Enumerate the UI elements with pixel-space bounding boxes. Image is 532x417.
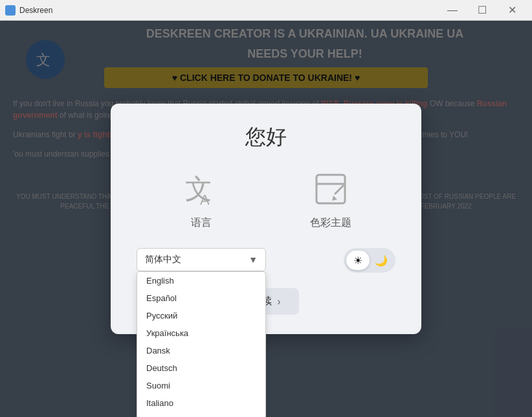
dialog-options: 文 A 语言 [137,170,395,230]
minimize-button[interactable]: — [438,0,467,21]
app-title: Deskreen [19,6,52,15]
close-button[interactable]: ✕ [497,0,527,21]
lang-option-de[interactable]: Deutsch [137,359,265,377]
dialog-title: 您好 [137,123,395,152]
controls-row: 简体中文 ▼ English Español Русский Українськ… [137,248,395,273]
language-icon: 文 A [181,170,222,211]
language-select-trigger[interactable]: 简体中文 ▼ [137,248,266,271]
title-bar: Deskreen — ☐ ✕ [0,0,532,21]
app-icon [5,5,16,16]
language-label: 语言 [191,216,212,230]
lang-option-da[interactable]: Dansk [137,342,265,359]
selected-language: 简体中文 [145,254,181,265]
chevron-right-icon: › [277,296,280,308]
lang-option-ru[interactable]: Русский [137,307,265,324]
lang-option-nl[interactable]: Nederlands [137,412,265,417]
moon-icon: 🌙 [375,254,388,267]
language-dropdown-list[interactable]: English Español Русский Українська Dansk… [137,271,266,417]
theme-toggle[interactable]: ☀ 🌙 [344,248,395,273]
lang-option-uk[interactable]: Українська [137,324,265,342]
maximize-button[interactable]: ☐ [467,0,497,21]
title-bar-controls: — ☐ ✕ [438,0,527,21]
light-theme-button[interactable]: ☀ [346,251,370,270]
language-select-wrapper[interactable]: 简体中文 ▼ English Español Русский Українськ… [137,248,266,271]
lang-option-fi[interactable]: Suomi [137,377,265,394]
language-option: 文 A 语言 [181,170,222,230]
app-background: 文 DESKREEN CREATOR IS A UKRAINIAN. UA UK… [0,21,532,417]
theme-icon [310,170,351,211]
title-bar-left: Deskreen [5,5,52,16]
dropdown-arrow-icon: ▼ [249,254,258,265]
theme-option: 色彩主题 [310,170,351,230]
lang-option-es[interactable]: Español [137,289,265,307]
theme-label: 色彩主题 [310,216,351,230]
dark-theme-button[interactable]: 🌙 [370,251,393,270]
lang-option-en[interactable]: English [137,272,265,289]
modal-overlay: 您好 文 A 语言 [0,21,532,417]
sun-icon: ☀ [353,254,362,267]
lang-option-it[interactable]: Italiano [137,394,265,412]
svg-text:A: A [200,192,210,208]
settings-dialog: 您好 文 A 语言 [111,104,421,334]
